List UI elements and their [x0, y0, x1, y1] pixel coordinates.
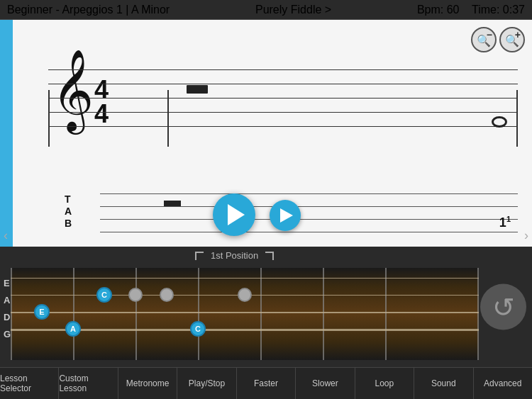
- play-button[interactable]: [213, 193, 255, 236]
- metronome-button[interactable]: Metronome: [118, 368, 177, 399]
- replay-icon: ↺: [492, 293, 515, 320]
- position-bracket-left: [195, 252, 204, 260]
- fretboard: C E A C: [11, 268, 479, 360]
- top-bar: Beginner - Arpeggios 1 | A Minor Purely …: [0, 0, 532, 20]
- half-rest: [187, 85, 208, 94]
- tab-label: TAB: [65, 193, 72, 229]
- whole-note: [492, 116, 507, 128]
- string-label-g: G: [4, 329, 11, 339]
- play-stop-button[interactable]: Play/Stop: [177, 368, 236, 399]
- position-label: 1st Position: [204, 250, 265, 261]
- finger-dot-c-a: C: [96, 287, 112, 303]
- custom-lesson-button[interactable]: Custom Lesson: [59, 368, 118, 399]
- finger-dot-e-d: E: [34, 304, 50, 320]
- scroll-left-button[interactable]: ‹: [4, 228, 8, 243]
- finger-dot-gray-3: [238, 288, 252, 302]
- fretboard-area: 1st Position E A D G C E A C: [0, 247, 532, 367]
- lesson-selector-button[interactable]: Lesson Selector: [0, 368, 59, 399]
- bottom-toolbar: Lesson Selector Custom Lesson Metronome …: [0, 367, 532, 399]
- finger-dot-c-g: C: [190, 321, 206, 337]
- loop-button[interactable]: Loop: [355, 368, 414, 399]
- bpm-display: Bpm: 60: [417, 4, 460, 16]
- tab-number: 11: [499, 215, 511, 230]
- guitar-string-e: [11, 278, 479, 279]
- finger-dot-gray-1: [128, 288, 143, 302]
- string-label-a: A: [4, 295, 10, 305]
- guitar-string-d: [11, 312, 479, 313]
- tab-rest: [164, 201, 181, 206]
- sound-button[interactable]: Sound: [414, 368, 473, 399]
- position-label-container: 1st Position: [195, 250, 274, 261]
- time-display: Time: 0:37: [472, 4, 525, 16]
- guitar-string-g: [11, 329, 479, 331]
- finger-dot-gray-2: [160, 288, 174, 302]
- slower-button[interactable]: Slower: [296, 368, 355, 399]
- staff-lines: [48, 69, 518, 126]
- top-bar-title: Beginner - Arpeggios 1 | A Minor: [7, 4, 170, 16]
- top-bar-center: Purely Fiddle >: [255, 4, 331, 16]
- next-button[interactable]: [270, 200, 301, 231]
- string-label-d: D: [4, 312, 10, 322]
- replay-button[interactable]: ↺: [480, 284, 526, 330]
- staff-container: 𝄞 4 4 TAB: [13, 48, 532, 176]
- scroll-right-button[interactable]: ›: [524, 228, 528, 243]
- finger-dot-a-g: A: [65, 321, 81, 337]
- sheet-area: 🔍− 🔍+ 𝄞 4 4: [0, 20, 532, 247]
- faster-button[interactable]: Faster: [237, 368, 296, 399]
- progress-bar: [0, 20, 13, 247]
- string-label-e: E: [4, 278, 10, 288]
- top-bar-right: Bpm: 60 Time: 0:37: [417, 4, 525, 16]
- advanced-button[interactable]: Advanced: [474, 368, 532, 399]
- tab-lines: 11: [100, 193, 518, 233]
- position-bracket-right: [265, 252, 274, 260]
